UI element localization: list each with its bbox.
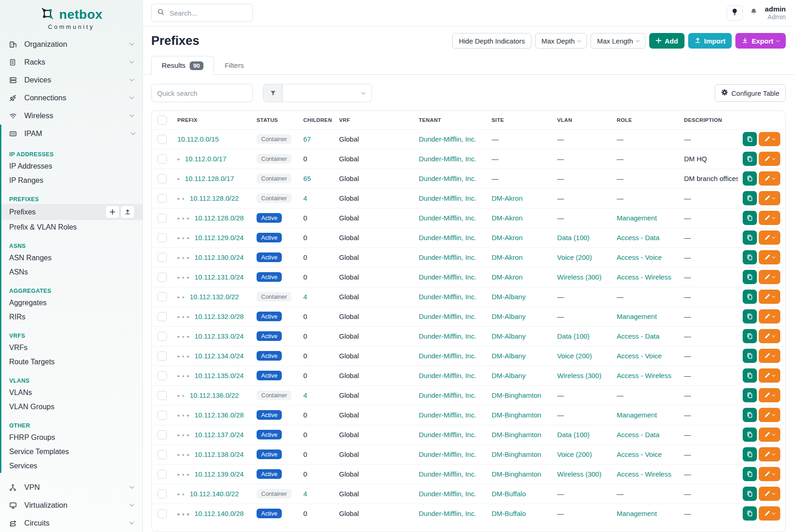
tenant-link[interactable]: Dunder-Mifflin, Inc. [419,273,476,281]
quick-import-button[interactable] [120,205,135,219]
site-link[interactable]: DM-Albany [492,332,526,340]
row-checkbox[interactable] [158,233,167,242]
edit-dropdown-button[interactable] [759,467,780,481]
role-link[interactable]: Access - Data [617,431,659,439]
prefix-link[interactable]: 10.112.138.0/24 [195,450,244,458]
prefix-link[interactable]: 10.112.135.0/24 [195,372,244,379]
netbox-logo[interactable]: netbox Community [0,0,142,31]
clone-button[interactable] [743,290,757,304]
edit-dropdown-button[interactable] [759,447,780,461]
saved-filter-select[interactable] [263,84,372,102]
role-link[interactable]: Management [617,510,657,517]
prefix-link[interactable]: 10.112.133.0/24 [195,332,244,340]
clone-button[interactable] [743,132,757,146]
role-link[interactable]: Access - Voice [617,253,662,261]
sidebar-item-connections[interactable]: Connections [0,89,142,107]
children-link[interactable]: 65 [303,175,311,182]
clone-button[interactable] [743,211,757,225]
sidebar-item-services[interactable]: Services [1,459,142,473]
sidebar-item-vrfs[interactable]: VRFs [1,340,142,355]
row-checkbox[interactable] [158,332,167,341]
site-link[interactable]: DM-Binghamton [492,450,541,458]
prefix-link[interactable]: 10.112.128.0/22 [190,194,239,202]
max-depth-dropdown[interactable]: Max Depth [535,33,587,49]
tenant-link[interactable]: Dunder-Mifflin, Inc. [419,313,476,320]
edit-dropdown-button[interactable] [759,368,780,383]
role-link[interactable]: Access - Wireless [617,372,671,379]
children-link[interactable]: 4 [303,194,307,202]
edit-dropdown-button[interactable] [759,487,780,501]
row-checkbox[interactable] [158,214,167,223]
prefix-link[interactable]: 10.112.140.0/28 [195,510,244,517]
site-link[interactable]: DM-Albany [492,372,526,379]
tab-filters[interactable]: Filters [214,56,254,75]
prefix-link[interactable]: 10.112.129.0/24 [195,234,244,241]
add-button[interactable]: Add [649,33,684,49]
sidebar-item-prefix-vlan-roles[interactable]: Prefix & VLAN Roles [1,220,142,234]
clone-button[interactable] [743,152,757,166]
children-link[interactable]: 4 [303,391,307,399]
vlan-link[interactable]: Wireless (300) [557,470,602,478]
clone-button[interactable] [743,329,757,343]
prefix-link[interactable]: 10.112.128.0/28 [195,214,244,222]
row-checkbox[interactable] [158,273,167,282]
edit-dropdown-button[interactable] [759,349,780,363]
clone-button[interactable] [743,191,757,205]
vlan-link[interactable]: Wireless (300) [557,273,602,281]
row-checkbox[interactable] [158,351,167,361]
site-link[interactable]: DM-Albany [492,293,526,301]
edit-dropdown-button[interactable] [759,230,780,245]
sidebar-item-ip-ranges[interactable]: IP Ranges [1,173,142,187]
site-link[interactable]: DM-Albany [492,352,526,360]
tenant-link[interactable]: Dunder-Mifflin, Inc. [419,431,476,439]
tenant-link[interactable]: Dunder-Mifflin, Inc. [419,490,476,498]
children-link[interactable]: 4 [303,490,307,498]
tab-results[interactable]: Results 90 [151,56,214,75]
clone-button[interactable] [743,309,757,324]
row-checkbox[interactable] [158,194,167,203]
row-checkbox[interactable] [158,371,167,380]
clone-button[interactable] [743,270,757,284]
tenant-link[interactable]: Dunder-Mifflin, Inc. [419,135,476,143]
edit-dropdown-button[interactable] [759,132,780,146]
edit-dropdown-button[interactable] [759,211,780,225]
prefix-link[interactable]: 10.112.137.0/24 [195,431,244,439]
configure-table-button[interactable]: Configure Table [715,84,786,102]
tenant-link[interactable]: Dunder-Mifflin, Inc. [419,293,476,301]
sidebar-item-vlans[interactable]: VLANs [1,385,142,400]
prefix-link[interactable]: 10.112.134.0/24 [195,352,244,360]
edit-dropdown-button[interactable] [759,506,780,521]
role-link[interactable]: Management [617,214,657,222]
sidebar-item-asns[interactable]: ASNs [1,265,142,279]
prefix-link[interactable]: 10.112.132.0/28 [195,313,244,320]
prefix-link[interactable]: 10.112.130.0/24 [195,253,244,261]
quick-search-input[interactable] [151,84,253,102]
tenant-link[interactable]: Dunder-Mifflin, Inc. [419,155,476,163]
row-checkbox[interactable] [158,470,167,479]
global-search[interactable] [151,4,253,22]
sidebar-item-fhrp-groups[interactable]: FHRP Groups [1,430,142,444]
edit-dropdown-button[interactable] [759,250,780,264]
row-checkbox[interactable] [158,292,167,302]
tenant-link[interactable]: Dunder-Mifflin, Inc. [419,372,476,379]
sidebar-item-virtualization[interactable]: Virtualization [0,496,142,514]
role-link[interactable]: Management [617,411,657,419]
row-checkbox[interactable] [158,509,167,518]
vlan-link[interactable]: Data (100) [557,431,590,439]
tenant-link[interactable]: Dunder-Mifflin, Inc. [419,332,476,340]
quick-add-button[interactable] [105,205,120,219]
role-link[interactable]: Access - Wireless [617,273,671,281]
role-link[interactable]: Access - Voice [617,352,662,360]
sidebar-item-circuits[interactable]: Circuits [0,514,142,532]
row-checkbox[interactable] [158,450,167,459]
theme-toggle-button[interactable] [727,5,743,21]
vlan-link[interactable]: Voice (200) [557,352,592,360]
tenant-link[interactable]: Dunder-Mifflin, Inc. [419,470,476,478]
sidebar-item-rirs[interactable]: RIRs [1,310,142,324]
sidebar-item-wireless[interactable]: Wireless [0,107,142,125]
role-link[interactable]: Management [617,313,657,320]
prefix-link[interactable]: 10.112.140.0/22 [190,490,239,498]
vlan-link[interactable]: Wireless (300) [557,372,602,379]
edit-dropdown-button[interactable] [759,171,780,186]
clone-button[interactable] [743,467,757,481]
